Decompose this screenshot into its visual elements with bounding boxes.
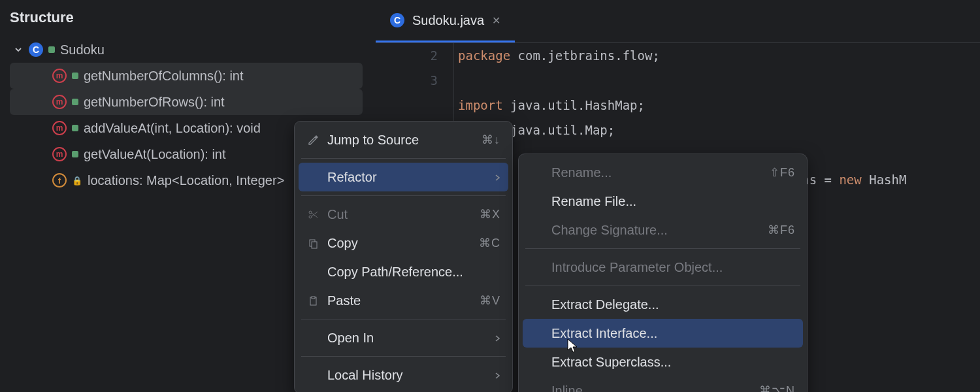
menu-item-label: Copy Path/Reference... (327, 265, 500, 280)
menu-item-shortcut: ⌘F6 (768, 223, 795, 237)
menu-separator (301, 195, 506, 196)
code-line[interactable]: import java.util.Map; (458, 118, 980, 142)
menu-item-label: Change Signature... (551, 223, 760, 238)
context-menu-item[interactable]: Local History (299, 361, 508, 389)
menu-item-label: Rename File... (551, 194, 795, 209)
method-icon: m (52, 95, 67, 109)
tree-member-label: getValueAt(Location): int (84, 147, 226, 162)
menu-item-label: Extract Interface... (551, 326, 795, 341)
menu-item-shortcut: ⌘↓ (482, 133, 500, 147)
context-menu-item[interactable]: Copy Path/Reference... (299, 257, 508, 286)
public-modifier-icon (48, 46, 55, 53)
method-icon: m (52, 147, 67, 161)
refactor-submenu-item[interactable]: Extract Delegate... (523, 290, 803, 319)
context-menu-item[interactable]: Open In (299, 323, 508, 352)
method-icon: m (52, 69, 67, 83)
paste-icon (306, 295, 319, 306)
tree-member-label: getNumberOfColumns(): int (84, 69, 244, 84)
menu-item-shortcut: ⌘X (480, 207, 500, 221)
refactor-submenu-item: Introduce Parameter Object... (523, 253, 803, 282)
chevron-right-icon (494, 170, 500, 185)
refactor-submenu: Rename...⇧F6Rename File...Change Signatu… (518, 154, 808, 392)
refactor-submenu-item[interactable]: Extract Interface... (523, 319, 803, 348)
menu-item-label: Cut (327, 207, 472, 222)
menu-item-label: Introduce Parameter Object... (551, 260, 795, 275)
tree-member-label: addValueAt(int, Location): void (84, 121, 261, 136)
menu-item-label: Extract Superclass... (551, 355, 795, 370)
menu-item-label: Jump to Source (327, 133, 474, 148)
tree-root-label: Sudoku (60, 42, 105, 57)
menu-item-label: Paste (327, 293, 472, 308)
code-line[interactable]: import java.util.HashMap; (458, 93, 980, 118)
menu-item-shortcut: ⇧F6 (770, 165, 795, 180)
menu-separator (301, 319, 506, 319)
field-icon: f (52, 173, 67, 188)
menu-item-label: Extract Delegate... (551, 297, 795, 312)
tree-member-label: locations: Map<Location, Integer> (88, 173, 284, 188)
tree-root-row[interactable]: C Sudoku (0, 37, 376, 63)
menu-item-label: Copy (327, 236, 471, 251)
context-menu: Jump to Source⌘↓RefactorCut⌘XCopy⌘CCopy … (294, 121, 513, 392)
code-line[interactable]: package com.jetbrains.flow; (458, 43, 980, 68)
chevron-right-icon (494, 368, 500, 383)
tree-member-label: getNumberOfRows(): int (84, 95, 225, 110)
public-modifier-icon (72, 99, 78, 105)
menu-separator (525, 248, 800, 249)
svg-point-1 (309, 216, 312, 218)
public-modifier-icon (72, 73, 78, 79)
svg-rect-3 (312, 242, 317, 248)
context-menu-item: Cut⌘X (299, 200, 508, 229)
context-menu-item[interactable]: Refactor (299, 163, 508, 191)
context-menu-item[interactable]: Copy⌘C (299, 229, 508, 257)
menu-item-label: Open In (327, 331, 486, 346)
menu-item-label: Rename... (551, 165, 762, 180)
scissors-icon (306, 209, 319, 220)
menu-separator (525, 286, 800, 286)
method-icon: m (52, 121, 67, 135)
chevron-down-icon[interactable] (13, 44, 24, 55)
tab-label: Sudoku.java (412, 13, 484, 28)
refactor-submenu-item[interactable]: Rename File... (523, 187, 803, 216)
menu-item-shortcut: ⌘C (479, 236, 500, 250)
menu-item-label: Inline (551, 384, 751, 393)
tab-bar: C Sudoku.java ✕ (376, 0, 980, 43)
chevron-right-icon (494, 331, 500, 346)
copy-icon (306, 238, 319, 249)
refactor-submenu-item: Change Signature...⌘F6 (523, 216, 803, 244)
menu-item-shortcut: ⌘⌥N (759, 384, 795, 392)
code-line[interactable] (458, 68, 980, 93)
close-icon[interactable]: ✕ (492, 14, 500, 27)
line-number: 2 (376, 43, 438, 68)
menu-item-shortcut: ⌘V (480, 293, 500, 308)
class-icon: C (390, 13, 404, 27)
tree-member-row[interactable]: mgetNumberOfRows(): int (10, 89, 363, 115)
refactor-submenu-item: Rename...⇧F6 (523, 158, 803, 187)
structure-panel-title: Structure (0, 9, 376, 37)
pencil-icon (306, 135, 319, 146)
refactor-submenu-item[interactable]: Extract Superclass... (523, 348, 803, 376)
public-modifier-icon (72, 125, 78, 131)
menu-separator (301, 158, 506, 159)
tab-sudoku-java[interactable]: C Sudoku.java ✕ (376, 0, 515, 42)
context-menu-item[interactable]: Jump to Source⌘↓ (299, 125, 508, 154)
menu-item-label: Local History (327, 368, 486, 383)
svg-point-0 (309, 211, 312, 214)
class-icon: C (29, 42, 43, 57)
refactor-submenu-item: Inline⌘⌥N (523, 376, 803, 392)
tree-member-row[interactable]: mgetNumberOfColumns(): int (10, 63, 363, 89)
lock-icon: 🔒 (72, 176, 82, 186)
svg-rect-5 (312, 297, 315, 299)
menu-separator (301, 356, 506, 357)
public-modifier-icon (72, 151, 78, 157)
line-number: 3 (376, 68, 438, 93)
menu-item-label: Refactor (327, 170, 486, 185)
context-menu-item[interactable]: Paste⌘V (299, 286, 508, 315)
